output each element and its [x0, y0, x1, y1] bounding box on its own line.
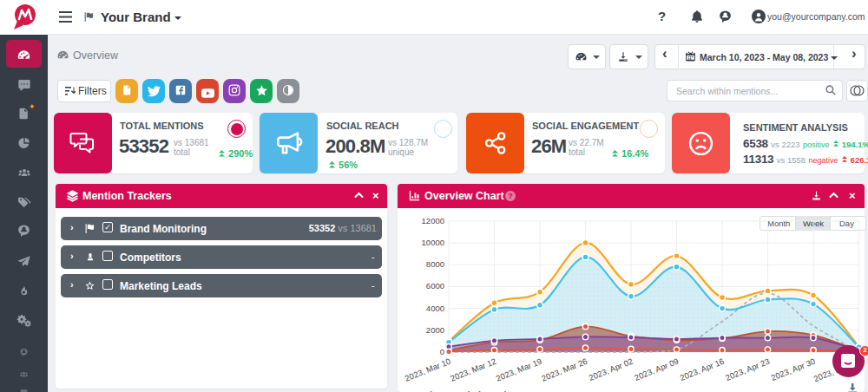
svg-text:2023, Apr 16: 2023, Apr 16 [679, 356, 726, 382]
svg-text:2023, Apr 30: 2023, Apr 30 [770, 356, 817, 382]
svg-text:0: 0 [440, 347, 444, 356]
svg-text:4000: 4000 [426, 304, 444, 313]
svg-text:2023, Apr 09: 2023, Apr 09 [633, 356, 680, 382]
svg-text:12000: 12000 [422, 216, 444, 225]
svg-text:2023, Apr 23: 2023, Apr 23 [724, 356, 771, 382]
svg-text:2023, Apr 02: 2023, Apr 02 [588, 356, 635, 382]
svg-text:6000: 6000 [426, 281, 444, 291]
svg-text:2023, Mar 19: 2023, Mar 19 [495, 356, 543, 383]
svg-text:10000: 10000 [422, 238, 444, 247]
svg-text:2023, Mar 10: 2023, Mar 10 [404, 356, 452, 383]
svg-text:2023, Mar 26: 2023, Mar 26 [540, 356, 589, 383]
svg-text:8000: 8000 [426, 259, 444, 269]
svg-text:2023, Mar 12: 2023, Mar 12 [449, 356, 497, 383]
svg-text:2000: 2000 [426, 325, 444, 335]
